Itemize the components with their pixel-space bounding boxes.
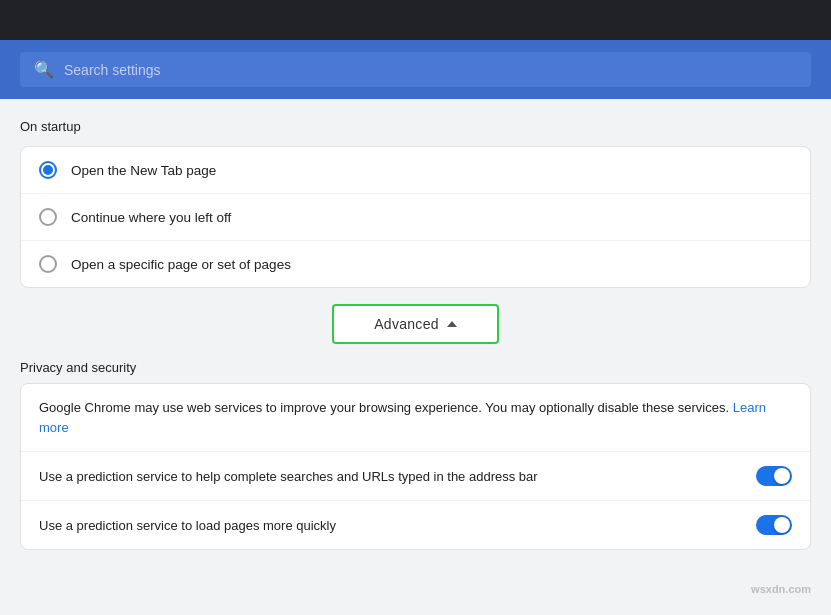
on-startup-section: On startup Open the New Tab page Continu… [20,119,811,288]
radio-circle-0 [39,161,57,179]
toggle-0[interactable] [756,466,792,486]
radio-circle-2 [39,255,57,273]
watermark: wsxdn.com [751,583,811,595]
privacy-toggle-item-1: Use a prediction service to load pages m… [21,501,810,549]
privacy-toggle-label-1: Use a prediction service to load pages m… [39,518,336,533]
privacy-section: Privacy and security Google Chrome may u… [20,360,811,550]
privacy-card: Google Chrome may use web services to im… [20,383,811,550]
toggle-1[interactable] [756,515,792,535]
startup-option-2[interactable]: Open a specific page or set of pages [21,241,810,287]
radio-inner-0 [43,165,53,175]
startup-option-label-0: Open the New Tab page [71,163,216,178]
toggle-knob-1 [774,517,790,533]
privacy-section-title: Privacy and security [20,360,811,375]
privacy-toggle-row-1: Use a prediction service to load pages m… [39,515,792,535]
startup-options-card: Open the New Tab page Continue where you… [20,146,811,288]
toggle-knob-0 [774,468,790,484]
privacy-description-text: Google Chrome may use web services to im… [39,398,792,437]
search-bar[interactable]: 🔍 [20,52,811,87]
privacy-toggle-label-0: Use a prediction service to help complet… [39,469,538,484]
privacy-toggle-row-0: Use a prediction service to help complet… [39,466,792,486]
on-startup-title: On startup [20,119,811,134]
advanced-button[interactable]: Advanced [332,304,499,344]
search-icon: 🔍 [34,60,54,79]
privacy-description-item: Google Chrome may use web services to im… [21,384,810,452]
chevron-up-icon [447,321,457,327]
main-content: On startup Open the New Tab page Continu… [0,99,831,614]
startup-option-label-2: Open a specific page or set of pages [71,257,291,272]
startup-option-1[interactable]: Continue where you left off [21,194,810,241]
advanced-button-wrapper: Advanced [20,304,811,344]
title-bar [0,0,831,40]
startup-option-0[interactable]: Open the New Tab page [21,147,810,194]
startup-option-label-1: Continue where you left off [71,210,231,225]
search-bar-wrapper: 🔍 [0,40,831,99]
search-input[interactable] [64,62,797,78]
privacy-toggle-item-0: Use a prediction service to help complet… [21,452,810,501]
radio-circle-1 [39,208,57,226]
advanced-button-label: Advanced [374,316,439,332]
